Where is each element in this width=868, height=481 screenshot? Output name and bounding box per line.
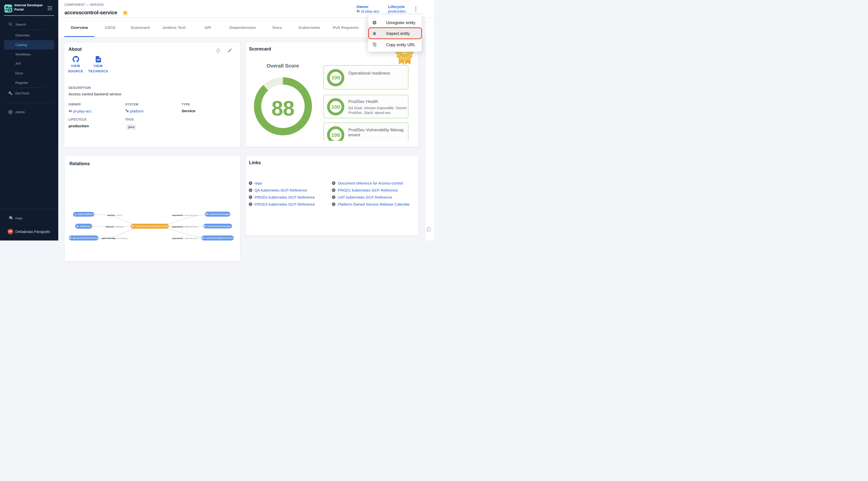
svg-text:Tier: Tier [402, 51, 408, 55]
svg-text:?: ? [9, 216, 10, 218]
